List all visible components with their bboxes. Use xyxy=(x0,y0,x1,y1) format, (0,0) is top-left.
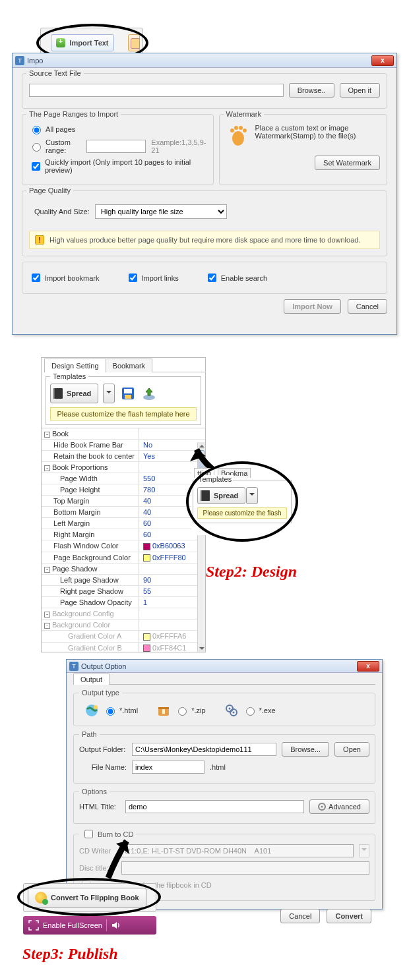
disc-title-input xyxy=(121,861,369,875)
prop-category[interactable]: -Book xyxy=(42,428,139,439)
step2-oval-annotation xyxy=(186,461,298,542)
prop-value[interactable]: Yes xyxy=(139,451,205,461)
spread-dropdown[interactable] xyxy=(103,384,115,403)
spread-template-button[interactable]: Spread xyxy=(50,384,98,403)
svg-rect-7 xyxy=(124,389,132,393)
file-name-input[interactable] xyxy=(132,761,204,774)
source-file-label: Source Text File xyxy=(26,69,84,77)
prop-value[interactable]: 55 xyxy=(139,586,205,596)
burn-cd-checkbox[interactable]: Burn to CD xyxy=(82,828,133,840)
prop-row: Page Height780 xyxy=(42,484,205,496)
app-icon: T xyxy=(69,662,79,671)
prop-key: Hide Book Frame Bar xyxy=(42,440,139,450)
all-pages-radio[interactable]: All pages xyxy=(29,124,75,134)
prop-key: Left Margin xyxy=(42,518,139,529)
fullscreen-icon[interactable] xyxy=(28,920,39,931)
prop-key: Bottom Margin xyxy=(42,507,139,517)
enable-search-checkbox[interactable]: Enable search xyxy=(205,272,267,284)
enable-fullscreen-label[interactable]: Enable FullScreen xyxy=(43,921,102,929)
prop-key: Page Shadow Opacity xyxy=(42,597,139,608)
import-now-button[interactable]: Import Now xyxy=(284,299,341,314)
open-it-button[interactable]: Open it xyxy=(340,83,380,98)
sound-icon[interactable] xyxy=(111,920,121,931)
svg-point-2 xyxy=(230,129,234,132)
prop-row: Left page Shadow90 xyxy=(42,575,205,586)
html-title-input[interactable] xyxy=(125,800,304,813)
output-cancel-button[interactable]: Cancel xyxy=(280,909,320,923)
quickly-import-input[interactable] xyxy=(32,162,40,171)
output-path-group: Path Output Folder: Browse... Open File … xyxy=(73,730,375,784)
prop-key: Flash Window Color xyxy=(42,540,139,552)
prop-value[interactable]: 0xFFFF80 xyxy=(139,552,205,563)
output-open-button[interactable]: Open xyxy=(334,742,369,757)
disc-title-label: Disc title: xyxy=(79,864,116,872)
prop-value[interactable]: No xyxy=(139,440,205,450)
all-pages-text: All pages xyxy=(46,125,75,133)
custom-range-input[interactable] xyxy=(32,143,41,152)
prop-category[interactable]: -Background Config xyxy=(42,608,139,619)
output-browse-button[interactable]: Browse... xyxy=(282,742,329,757)
book-icon xyxy=(51,388,65,399)
scroll-down-icon[interactable] xyxy=(199,645,204,652)
svg-point-12 xyxy=(94,705,98,709)
quickly-import-checkbox[interactable]: Quickly import (Only import 10 pages to … xyxy=(29,158,206,174)
output-options-label: Options xyxy=(79,788,110,795)
customize-template-msg: Please customize the flash template here xyxy=(50,407,197,420)
close-icon[interactable]: x xyxy=(357,661,379,672)
output-zip-radio[interactable]: *.zip xyxy=(175,705,205,716)
spread-label: Spread xyxy=(65,389,98,397)
all-pages-input[interactable] xyxy=(32,126,41,134)
output-html-radio[interactable]: *.html xyxy=(103,705,138,716)
templates-label: Templates xyxy=(50,372,88,380)
prop-value[interactable]: 0xB60063 xyxy=(139,540,205,552)
prop-value[interactable]: 1 xyxy=(139,597,205,608)
prop-category[interactable]: -Background Color xyxy=(42,620,139,630)
load-template-icon[interactable] xyxy=(141,386,157,401)
import-options-group: Import bookmark Import links Enable sear… xyxy=(22,262,387,294)
html-title-label: HTML Title: xyxy=(79,803,120,811)
svg-point-1 xyxy=(232,131,244,146)
import-cancel-button[interactable]: Cancel xyxy=(348,299,387,314)
output-folder-input[interactable] xyxy=(132,743,276,756)
set-watermark-button[interactable]: Set Watermark xyxy=(315,156,380,170)
quality-size-select[interactable]: High quality large file size xyxy=(95,204,227,219)
tab-bookmark[interactable]: Bookmark xyxy=(106,359,153,372)
close-icon[interactable]: x xyxy=(371,55,394,66)
property-grid[interactable]: -BookHide Book Frame BarNoRetain the boo… xyxy=(42,428,205,652)
output-convert-button[interactable]: Convert xyxy=(327,909,371,923)
step3-label: Step3: Publish xyxy=(22,945,118,963)
step2-label: Step2: Design xyxy=(206,563,297,581)
app-icon: T xyxy=(15,56,24,65)
quickly-import-text: Quickly import (Only import 10 pages to … xyxy=(45,158,206,174)
design-tabs: Design Setting Bookmark xyxy=(44,358,206,372)
svg-point-19 xyxy=(232,712,234,714)
advanced-button[interactable]: Advanced xyxy=(309,799,369,814)
scroll-thumb[interactable] xyxy=(199,450,204,470)
tab-output[interactable]: Output xyxy=(73,674,110,685)
svg-rect-15 xyxy=(162,709,165,714)
prop-category[interactable]: -Page Shadow xyxy=(42,563,139,574)
prop-key: Right Margin xyxy=(42,529,139,540)
prop-key: Page Background Color xyxy=(42,552,139,563)
scroll-up-icon[interactable] xyxy=(199,442,204,449)
browse-button[interactable]: Browse.. xyxy=(289,83,334,98)
output-exe-radio[interactable]: *.exe xyxy=(243,705,276,716)
custom-range-radio[interactable]: Custom range: xyxy=(29,138,81,154)
import-bookmark-checkbox[interactable]: Import bookmark xyxy=(29,272,100,284)
zip-icon xyxy=(156,703,171,718)
tab-design-setting[interactable]: Design Setting xyxy=(44,359,106,372)
prop-key: Gradient Color A xyxy=(42,631,139,642)
prop-value[interactable]: 0xFF84C1 xyxy=(139,643,205,652)
quality-size-label: Quality And Size: xyxy=(34,208,90,216)
import-links-checkbox[interactable]: Import links xyxy=(126,272,179,284)
svg-point-18 xyxy=(228,708,230,710)
prop-row: -Page Shadow xyxy=(42,563,205,575)
cd-writer-input xyxy=(121,844,354,857)
save-template-icon[interactable] xyxy=(120,386,136,401)
prop-value[interactable]: 0xFFFFA6 xyxy=(139,631,205,642)
prop-category[interactable]: -Book Proportions xyxy=(42,462,139,473)
prop-value[interactable]: 90 xyxy=(139,575,205,585)
prop-row: Page Shadow Opacity1 xyxy=(42,597,205,608)
source-file-input[interactable] xyxy=(29,84,284,97)
custom-range-field[interactable] xyxy=(86,140,146,153)
